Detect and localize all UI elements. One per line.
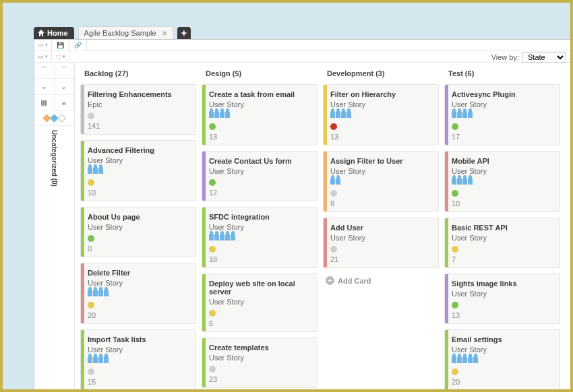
card[interactable]: Add UserUser Story21 [323, 218, 439, 268]
card-title: Delete Filter [88, 269, 190, 277]
card-type: User Story [209, 354, 311, 362]
card-title: Sights image links [452, 280, 554, 288]
status-dot [88, 112, 94, 119]
card[interactable]: SFDC integrationUser Story18 [202, 207, 318, 268]
app-window: ▭ 💾 🔗 ▭ ◌ View by: State ⌒ ⌒ ⌄ ⌄ ▦ ≡ [34, 39, 570, 389]
card[interactable]: Create templatesUser Story23 [202, 337, 318, 388]
view-by-control: View by: State [491, 51, 570, 62]
card[interactable]: Delete FilterUser Story20 [80, 263, 196, 324]
toolbar-save-button[interactable]: 💾 [52, 40, 69, 51]
card-title: Filter on Hierarchy [330, 90, 433, 98]
status-dot [209, 366, 216, 372]
assignees-icon [452, 178, 554, 186]
home-icon [38, 30, 44, 36]
add-card-label: Add Card [338, 277, 371, 285]
card-title: Mobile API [452, 157, 554, 165]
card-type: User Story [88, 156, 190, 164]
card[interactable]: Filtering EnhancementsEpic141 [80, 84, 196, 135]
card[interactable]: Filter on HierarchyUser Story13 [323, 84, 439, 145]
card[interactable]: Basic REST APIUser Story7 [444, 218, 560, 268]
column-header: Backlog (27) [80, 65, 196, 84]
status-dot [88, 368, 94, 375]
card-number: 17 [452, 133, 554, 141]
card-number: 13 [209, 133, 311, 141]
card-number: 13 [330, 133, 433, 141]
card-number: 6 [209, 319, 311, 327]
card-title: Assign Filter to User [330, 157, 433, 165]
card[interactable]: Activesync PluginUser Story17 [444, 84, 560, 145]
status-dot [452, 123, 458, 130]
status-dot [330, 190, 337, 197]
status-dot [330, 246, 337, 253]
card[interactable]: Assign Filter to UserUser Story8 [323, 151, 439, 212]
card-type: User Story [452, 167, 554, 175]
tool-icon[interactable]: ⌒ [55, 63, 75, 79]
card[interactable]: Import Task listsUser Story15 [80, 329, 196, 389]
card-title: Basic REST API [452, 224, 554, 232]
card-title: Create templates [209, 344, 311, 352]
assignees-icon [88, 356, 190, 364]
assignees-icon [452, 356, 554, 364]
column: Development (3)Filter on HierarchyUser S… [320, 65, 442, 389]
assignees-icon [209, 111, 311, 119]
card[interactable]: Email settingsUser Story20 [444, 329, 560, 389]
card-number: 10 [452, 199, 554, 207]
close-icon[interactable]: ✕ [162, 30, 167, 37]
plus-icon: + [326, 276, 334, 285]
card-number: 18 [209, 255, 311, 263]
tag-palette[interactable] [34, 111, 74, 126]
status-dot [209, 179, 216, 186]
tab-board[interactable]: Agile Backlog Sample ✕ [78, 26, 173, 39]
status-dot [88, 302, 94, 308]
kanban-board: Backlog (27)Filtering EnhancementsEpic14… [75, 63, 570, 389]
assignees-icon [452, 111, 554, 119]
add-card-button[interactable]: +Add Card [323, 273, 439, 292]
card-type: User Story [452, 100, 554, 108]
tool-icon[interactable]: ⌄ [55, 79, 75, 95]
tool-icon[interactable]: ≡ [55, 95, 75, 111]
tool-icon[interactable]: ⌒ [34, 63, 55, 79]
uncategorized-label[interactable]: Uncategorized (0) [51, 126, 58, 261]
card-number: 12 [209, 189, 311, 197]
tool-icon[interactable]: ▦ [34, 95, 55, 111]
view-by-label: View by: [491, 53, 519, 61]
card-type: Epic [88, 100, 190, 108]
view-by-select[interactable]: State [522, 52, 566, 63]
status-dot [88, 235, 94, 242]
card[interactable]: Mobile APIUser Story10 [444, 151, 560, 212]
status-dot [330, 123, 337, 130]
tab-home[interactable]: Home [34, 27, 74, 39]
card[interactable]: Create a task from emailUser Story13 [202, 84, 318, 145]
status-dot [88, 179, 94, 186]
card-title: Add User [330, 224, 433, 232]
status-dot [452, 190, 458, 197]
card[interactable]: About Us pageUser Story0 [80, 207, 196, 257]
card-number: 10 [88, 189, 190, 197]
card-number: 7 [452, 255, 554, 263]
column: Design (5)Create a task from emailUser S… [199, 65, 320, 389]
tool-icon[interactable]: ⌄ [34, 79, 55, 95]
card[interactable]: Deploy web site on local serverUser Stor… [202, 273, 318, 332]
card[interactable]: Create Contact Us formUser Story12 [202, 151, 318, 201]
card[interactable]: Advanced FilteringUser Story10 [80, 140, 196, 201]
assignees-icon [330, 178, 433, 186]
assignees-icon [88, 290, 190, 298]
card-title: Activesync Plugin [452, 90, 554, 98]
toolbar-row-2: ▭ ◌ View by: State [34, 51, 570, 63]
add-tab-button[interactable]: + [177, 27, 191, 39]
toolbar-view-menu[interactable]: ▭ [34, 51, 52, 62]
card-title: About Us page [88, 213, 190, 221]
card-number: 15 [88, 378, 190, 386]
toolbar-option-menu[interactable]: ◌ [52, 51, 69, 62]
toolbar-document-menu[interactable]: ▭ [34, 40, 52, 51]
card[interactable]: Sights image linksUser Story13 [444, 273, 560, 324]
card-type: User Story [209, 298, 311, 306]
card-number: 141 [88, 122, 190, 130]
card-type: User Story [88, 346, 190, 354]
card-type: User Story [330, 167, 433, 175]
status-dot [209, 123, 216, 130]
card-number: 20 [88, 311, 190, 319]
card-type: User Story [452, 290, 554, 298]
toolbar-link-button[interactable]: 🔗 [69, 40, 87, 51]
column-header: Design (5) [202, 65, 318, 84]
